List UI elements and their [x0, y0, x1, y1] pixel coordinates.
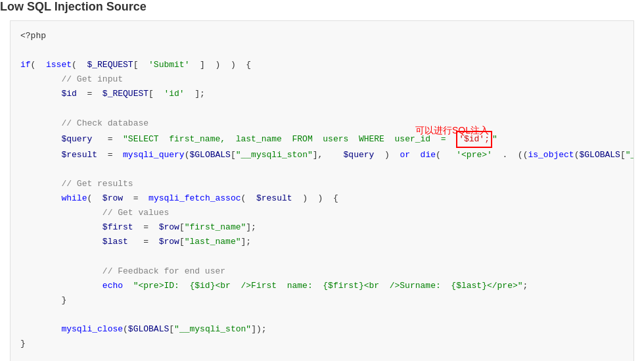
line-blank2 [20, 101, 624, 116]
page-header: Low SQL Injection Source [0, 0, 644, 14]
line-close-while: } [20, 293, 624, 308]
line-blank3 [20, 162, 624, 177]
line-blank5 [20, 308, 624, 322]
line-blank4 [20, 249, 624, 264]
line-blank1 [20, 43, 624, 58]
line-echo: echo "<pre>ID: {$id}<br />First name: {$… [20, 279, 624, 293]
line-first-assign: $first = $row["first_name"]; [20, 220, 624, 235]
line-comment-db: // Check database [20, 116, 624, 131]
page-title: Low SQL Injection Source [0, 0, 644, 14]
line-close-if: } [20, 337, 624, 351]
line-if-isset: if( isset( $_REQUEST[ 'Submit' ] ) ) { [20, 58, 624, 72]
code-block: <?php if( isset( $_REQUEST[ 'Submit' ] )… [10, 20, 634, 361]
line-php-open: <?php [20, 29, 624, 43]
line-while: while( $row = mysqli_fetch_assoc( $resul… [20, 191, 624, 206]
line-comment-feedback: // Feedback for end user [20, 264, 624, 279]
line-comment-input: // Get input [20, 72, 624, 87]
line-last-assign: $last = $row["last_name"]; [20, 235, 624, 249]
line-close-conn: mysqli_close($GLOBALS["__mysqli_ston"]); [20, 322, 624, 337]
line-result: $result = mysqli_query($GLOBALS["__mysql… [20, 148, 624, 162]
line-blank6 [20, 351, 624, 361]
line-comment-values: // Get values [20, 206, 624, 220]
line-query: $query = "SELECT first_name, last_name F… [20, 131, 624, 148]
sql-injection-annotation: 可以进行SQL注入 [415, 123, 489, 139]
line-id-assign: $id = $_REQUEST[ 'id' ]; [20, 87, 624, 101]
line-comment-results: // Get results [20, 177, 624, 191]
